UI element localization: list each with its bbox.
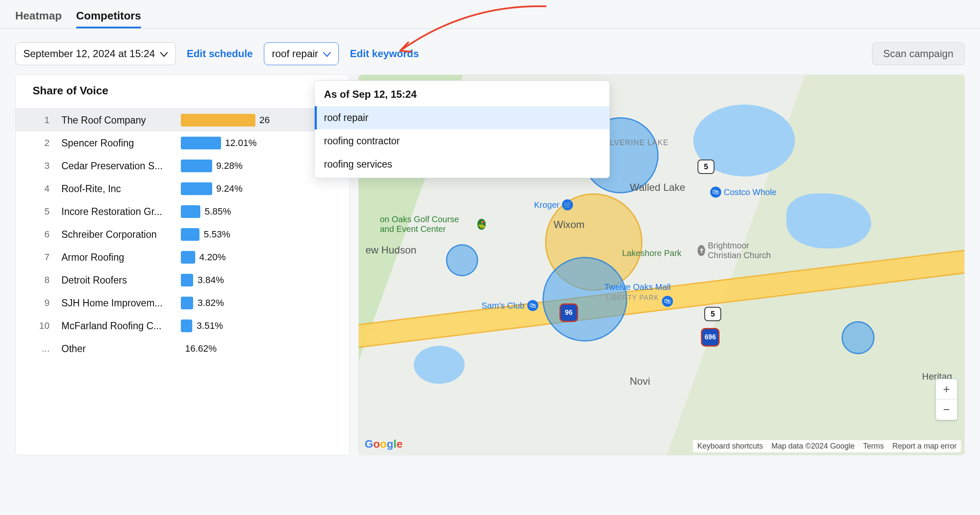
sov-row[interactable]: 7Armor Roofing4.20% — [16, 246, 349, 269]
map-data-copyright: Map data ©2024 Google — [772, 442, 855, 451]
sov-row[interactable]: 2Spencer Roofing12.01% — [16, 132, 349, 154]
label-ew-hudson: ew Hudson — [365, 244, 416, 256]
label-novi: Novi — [630, 375, 650, 387]
sov-percent: 26 — [255, 115, 270, 126]
poi-brightmoor-church[interactable]: ✝ Brightmoor Christian Church — [698, 241, 782, 260]
report-map-error-link[interactable]: Report a map error — [892, 442, 957, 451]
keyboard-shortcuts-link[interactable]: Keyboard shortcuts — [697, 442, 763, 451]
sov-percent: 5.85% — [200, 206, 231, 217]
label-wixom: Wixom — [554, 219, 584, 231]
sov-company-name: Armor Roofing — [50, 252, 181, 263]
sov-bar-wrap: 26 — [181, 114, 270, 127]
sov-row[interactable]: 1The Roof Company26 — [16, 109, 349, 132]
route-shield-5: 5 — [704, 307, 721, 321]
map-bubble-small[interactable] — [446, 244, 478, 276]
sov-percent: 3.51% — [192, 320, 223, 331]
sov-title: Share of Voice — [16, 75, 349, 109]
sov-bar — [181, 160, 212, 172]
sov-bar — [181, 182, 212, 195]
sov-bar — [181, 228, 199, 241]
map-terms-link[interactable]: Terms — [863, 442, 884, 451]
interstate-shield-96: 96 — [559, 303, 578, 322]
sov-bar-wrap: 3.51% — [181, 319, 270, 332]
keyword-select[interactable]: roof repair — [264, 42, 339, 65]
sov-rank: 3 — [28, 160, 50, 171]
sov-bar-wrap: 9.28% — [181, 160, 270, 172]
sov-bar — [181, 251, 195, 264]
sov-bar-wrap: 16.62% — [181, 342, 270, 355]
poi-kroger[interactable]: Kroger 🛒 — [534, 199, 573, 210]
sov-company-name: Cedar Preservation S... — [50, 160, 181, 172]
toolbar: September 12, 2024 at 15:24 Edit schedul… — [0, 29, 980, 74]
zoom-out-button[interactable]: − — [936, 399, 957, 420]
sov-percent: 4.20% — [195, 252, 226, 263]
sov-company-name: The Roof Company — [50, 115, 181, 126]
sov-row[interactable]: 3Cedar Preservation S...9.28% — [16, 154, 349, 177]
poi-label: Brightmoor Christian Church — [708, 241, 782, 260]
dropdown-header: As of Sep 12, 15:24 — [315, 83, 609, 106]
poi-label: Costco Whole — [724, 187, 777, 197]
sov-row[interactable]: ...Other16.62% — [16, 337, 349, 360]
sov-company-name: SJH Home Improvem... — [50, 297, 181, 309]
sov-row[interactable]: 8Detroit Roofers3.84% — [16, 269, 349, 292]
sov-rank: 10 — [28, 320, 50, 331]
sov-row[interactable]: 4Roof-Rite, Inc9.24% — [16, 177, 349, 200]
label-lakeshore-park: Lakeshore Park — [622, 248, 686, 258]
shopping-cart-icon: 🛒 — [562, 199, 573, 210]
shopping-bag-icon: 🛍 — [527, 300, 538, 311]
chevron-down-icon — [160, 48, 168, 60]
scan-campaign-button[interactable]: Scan campaign — [872, 42, 965, 65]
dropdown-item-roofing-contractor[interactable]: roofing contractor — [315, 129, 609, 153]
tab-competitors[interactable]: Competitors — [76, 5, 141, 28]
sov-bar-wrap: 12.01% — [181, 137, 270, 149]
tabs: Heatmap Competitors — [0, 0, 980, 29]
sov-row[interactable]: 6Schreiber Corporation5.53% — [16, 223, 349, 246]
sov-rank: 1 — [28, 115, 50, 126]
sov-bar — [181, 297, 193, 309]
datetime-label: September 12, 2024 at 15:24 — [23, 48, 155, 60]
chevron-down-icon — [323, 48, 331, 60]
sov-rank: 4 — [28, 183, 50, 194]
poi-twelve-oaks-pin[interactable]: 🛍 — [662, 296, 673, 307]
sov-bar — [181, 274, 193, 286]
poi-twelve-oaks-mall[interactable]: Twelve Oaks Mall — [604, 282, 671, 292]
sov-bar-wrap: 9.24% — [181, 182, 270, 195]
church-icon: ✝ — [698, 245, 705, 256]
poi-costco[interactable]: 🛍 Costco Whole — [710, 187, 777, 198]
datetime-select[interactable]: September 12, 2024 at 15:24 — [15, 42, 176, 65]
poi-golf-course[interactable]: on Oaks Golf Course and Event Center ⛳ — [380, 215, 486, 234]
poi-label: Twelve Oaks Mall — [604, 282, 671, 292]
sov-row[interactable]: 10McFarland Roofing C...3.51% — [16, 314, 349, 337]
edit-schedule-link[interactable]: Edit schedule — [187, 48, 253, 60]
dropdown-item-roofing-services[interactable]: roofing services — [315, 153, 609, 176]
map-bubble-east[interactable] — [842, 321, 875, 354]
poi-sams-club[interactable]: Sam's Club 🛍 — [482, 300, 538, 311]
sov-row[interactable]: 9SJH Home Improvem...3.82% — [16, 292, 349, 314]
sov-percent: 16.62% — [181, 343, 217, 354]
keyword-dropdown: As of Sep 12, 15:24 roof repair roofing … — [314, 80, 610, 178]
label-walled-lake: Walled Lake — [630, 182, 685, 193]
route-shield-5: 5 — [698, 160, 714, 174]
sov-company-name: Detroit Roofers — [50, 275, 181, 286]
sov-percent: 3.82% — [193, 297, 224, 308]
zoom-in-button[interactable]: + — [936, 379, 957, 399]
golf-icon: ⛳ — [477, 219, 486, 230]
sov-rank: 9 — [28, 297, 50, 308]
sov-bar-wrap: 3.82% — [181, 297, 270, 309]
sov-rank: 5 — [28, 206, 50, 217]
dropdown-item-roof-repair[interactable]: roof repair — [315, 106, 609, 129]
interstate-shield-696: 696 — [701, 328, 720, 347]
map-footer: Keyboard shortcuts Map data ©2024 Google… — [693, 440, 961, 452]
google-logo: Google — [365, 438, 403, 451]
sov-rank: 7 — [28, 252, 50, 263]
sov-rank: 8 — [28, 275, 50, 286]
sov-percent: 3.84% — [193, 275, 224, 286]
share-of-voice-panel: Share of Voice 1The Roof Company262Spenc… — [15, 74, 350, 455]
sov-row[interactable]: 5Incore Restoration Gr...5.85% — [16, 200, 349, 223]
lake — [414, 346, 465, 384]
sov-bar-wrap: 3.84% — [181, 274, 270, 286]
sov-company-name: McFarland Roofing C... — [50, 320, 181, 332]
tab-heatmap[interactable]: Heatmap — [15, 5, 62, 28]
sov-rank: ... — [28, 343, 50, 354]
edit-keywords-link[interactable]: Edit keywords — [350, 48, 419, 60]
